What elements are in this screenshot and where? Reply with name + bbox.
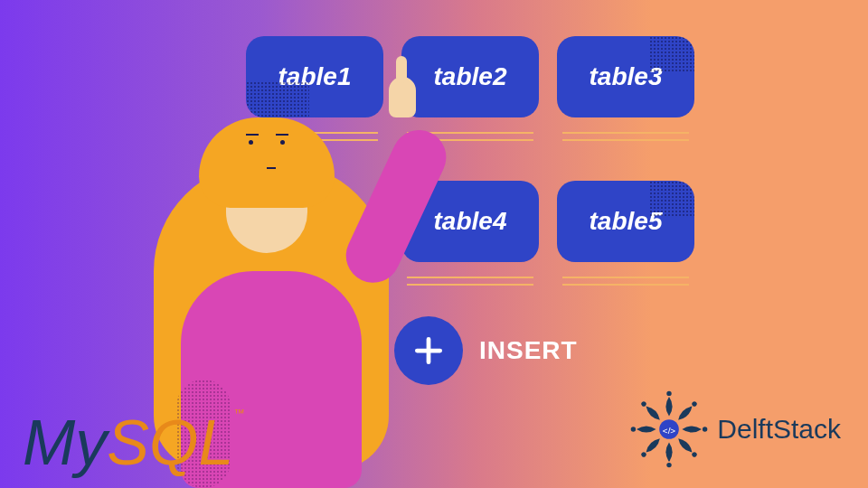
svg-text:</>: </>: [663, 426, 676, 436]
plus-icon: [394, 316, 463, 385]
mandala-icon: </>: [628, 389, 710, 470]
table-card-5: table5: [557, 181, 694, 262]
svg-point-6: [667, 463, 672, 467]
underline: [562, 127, 689, 146]
mysql-sql: SQL: [107, 408, 233, 478]
insert-label: INSERT: [479, 336, 578, 365]
delftstack-text: DelftStack: [717, 414, 841, 445]
table-label: table4: [434, 207, 507, 236]
svg-point-4: [703, 427, 707, 431]
svg-point-8: [631, 427, 636, 431]
table-label: table2: [434, 62, 507, 91]
mysql-logo: MySQL™: [23, 407, 244, 479]
insert-action: INSERT: [394, 316, 578, 385]
mysql-tm: ™: [233, 407, 244, 419]
svg-point-2: [667, 391, 672, 396]
underline: [562, 271, 689, 291]
table-card-3: table3: [557, 36, 694, 117]
delftstack-logo: </> DelftStack: [628, 389, 841, 470]
mysql-my: My: [23, 408, 107, 478]
